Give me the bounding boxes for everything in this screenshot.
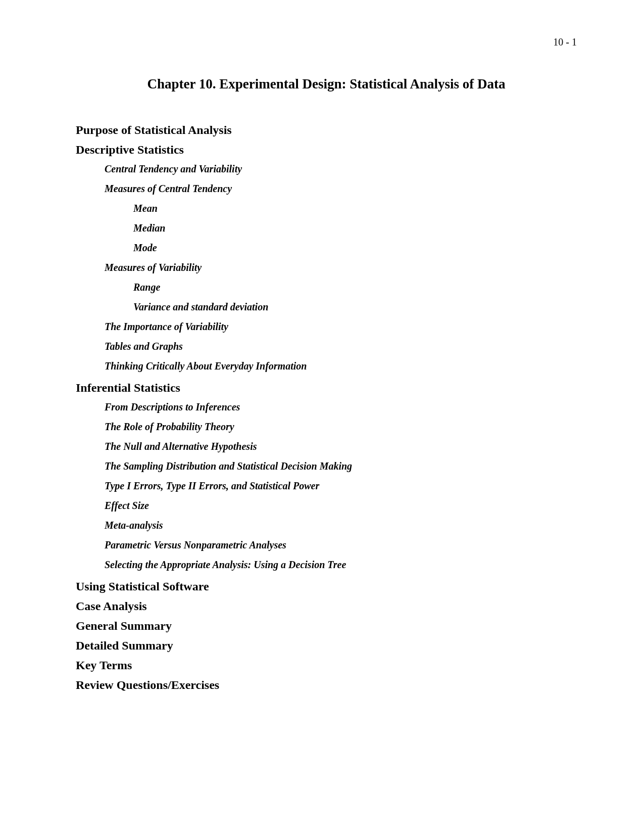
toc-entry: Measures of Variability — [105, 260, 577, 275]
section-heading: Detailed Summary — [76, 639, 577, 653]
toc-entry: Type I Errors, Type II Errors, and Stati… — [105, 478, 577, 493]
toc-subentry: Mode — [133, 240, 577, 255]
toc-entry: The Role of Probability Theory — [105, 419, 577, 434]
toc-subentry: Median — [133, 220, 577, 236]
section-heading: Review Questions/Exercises — [76, 678, 577, 692]
toc-subentry: Mean — [133, 201, 577, 216]
chapter-title: Chapter 10. Experimental Design: Statist… — [76, 76, 577, 92]
section-heading: General Summary — [76, 619, 577, 633]
toc-entry: The Null and Alternative Hypothesis — [105, 439, 577, 454]
section-heading: Key Terms — [76, 659, 577, 672]
section-heading: Using Statistical Software — [76, 580, 577, 593]
toc-entry: Measures of Central Tendency — [105, 181, 577, 196]
toc-subentry: Variance and standard deviation — [133, 299, 577, 314]
section-heading: Case Analysis — [76, 599, 577, 613]
section-heading: Inferential Statistics — [76, 381, 577, 395]
page-number: 10 - 1 — [553, 36, 577, 48]
toc-entry: Effect Size — [105, 498, 577, 513]
section-heading: Descriptive Statistics — [76, 143, 577, 157]
toc-entry: Thinking Critically About Everyday Infor… — [105, 358, 577, 374]
toc-entry: Parametric Versus Nonparametric Analyses — [105, 537, 577, 552]
toc-entry: The Sampling Distribution and Statistica… — [105, 458, 577, 474]
page-content: Chapter 10. Experimental Design: Statist… — [0, 0, 644, 692]
toc-entry: Tables and Graphs — [105, 339, 577, 354]
toc-entry: From Descriptions to Inferences — [105, 399, 577, 414]
toc-entry: Selecting the Appropriate Analysis: Usin… — [105, 557, 577, 572]
toc-entry: The Importance of Variability — [105, 319, 577, 334]
toc-entry: Central Tendency and Variability — [105, 161, 577, 176]
section-heading: Purpose of Statistical Analysis — [76, 123, 577, 137]
toc-entry: Meta-analysis — [105, 518, 577, 533]
toc-subentry: Range — [133, 280, 577, 295]
